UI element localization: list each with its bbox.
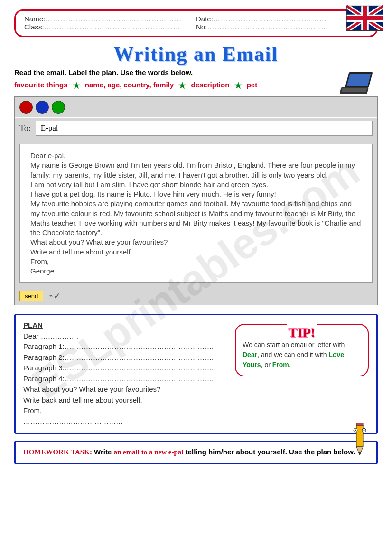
word-2: name, age, country, family [85, 81, 174, 89]
homework-label: HOMEWORK TASK: [23, 448, 92, 456]
instruction-text: Read the email. Label the plan. Use the … [14, 68, 378, 76]
tip-label: TIP! [287, 323, 317, 343]
email-sender: George [30, 266, 362, 276]
email-client: To: E-pal Dear e-pal, My name is George … [14, 96, 378, 305]
email-paragraph-1: My name is George Brown and I'm ten year… [30, 160, 362, 180]
svg-point-11 [355, 430, 356, 431]
word-bank: favourite things ★ name, age, country, f… [14, 80, 378, 91]
attachment-icon: 𝄐 ✓ [49, 292, 60, 300]
email-question-1: What about you? What are your favourites… [30, 237, 362, 247]
name-label: Name: [24, 15, 45, 23]
email-signoff: From, [30, 257, 362, 266]
header-box: Name:……………………………………………… Date:……………………………… [14, 9, 378, 37]
tip-or: , or [261, 361, 272, 368]
date-label: Date: [196, 15, 213, 23]
name-field[interactable]: Name:……………………………………………… [24, 15, 196, 23]
email-paragraph-2: I am not very tall but I am slim. I have… [30, 180, 362, 189]
email-greeting: Dear e-pal, [30, 151, 362, 160]
tip-yours: Yours [243, 361, 261, 368]
no-field[interactable]: No:………………………………………… [196, 23, 368, 31]
homework-box: HOMEWORK TASK: Write an email to a new e… [14, 441, 378, 464]
send-row: send 𝄐 ✓ [15, 288, 377, 305]
to-field[interactable]: E-pal [36, 121, 373, 136]
email-body: Dear e-pal, My name is George Brown and … [19, 144, 373, 283]
close-dot-icon [19, 101, 33, 114]
zoom-dot-icon [52, 101, 65, 114]
word-4: pet [247, 81, 258, 89]
no-label: No: [196, 23, 207, 31]
svg-rect-13 [356, 423, 363, 426]
minimize-dot-icon [36, 101, 49, 114]
plan-question: What about you? What are your favourites… [23, 384, 369, 395]
homework-pre: Write [92, 448, 114, 456]
email-paragraph-4: My favourite hobbies are playing compute… [30, 199, 362, 237]
plan-box: PLAN Dear ……………, Paragraph 1:……………………………… [14, 314, 378, 434]
svg-point-12 [364, 430, 365, 431]
email-paragraph-3: I have got a pet dog. Its name is Pluto.… [30, 189, 362, 199]
plan-write: Write back and tell me about yourself. [23, 395, 369, 406]
tip-box: TIP! We can start an email or letter wit… [235, 324, 369, 376]
class-label: Class: [24, 23, 44, 31]
word-1: favourite things [14, 81, 68, 89]
svg-rect-3 [347, 74, 371, 86]
star-icon: ★ [234, 81, 242, 90]
plan-from: From, [23, 405, 369, 416]
page-title: Writing an Email [14, 43, 378, 66]
tip-text: , and we can end it with [257, 351, 328, 358]
svg-rect-6 [356, 425, 363, 447]
svg-marker-8 [358, 452, 361, 455]
word-3: description [191, 81, 229, 89]
date-field[interactable]: Date:……………………………………… [196, 15, 368, 23]
email-question-2: Write and tell me about yourself. [30, 247, 362, 257]
send-button[interactable]: send [19, 291, 43, 301]
star-icon: ★ [73, 81, 80, 90]
homework-underlined: an email to a new e-pal [113, 448, 183, 456]
class-field[interactable]: Class:……………………………………………… [24, 23, 196, 31]
svg-rect-5 [341, 88, 367, 92]
homework-post: telling him/her about yourself. Use the … [184, 448, 355, 456]
tip-from: From [272, 361, 289, 368]
uk-flag-icon [346, 5, 383, 31]
plan-blank[interactable]: …………………………………… [23, 416, 369, 427]
tip-love: Love [328, 351, 344, 358]
tip-comma: , [344, 351, 346, 358]
star-icon: ★ [178, 81, 186, 90]
laptop-icon [340, 71, 378, 97]
window-bar [15, 97, 377, 117]
pencil-icon [347, 423, 371, 461]
tip-period: . [289, 361, 291, 368]
to-row: To: E-pal [15, 117, 377, 139]
to-label: To: [19, 123, 31, 133]
tip-dear: Dear [243, 351, 257, 358]
